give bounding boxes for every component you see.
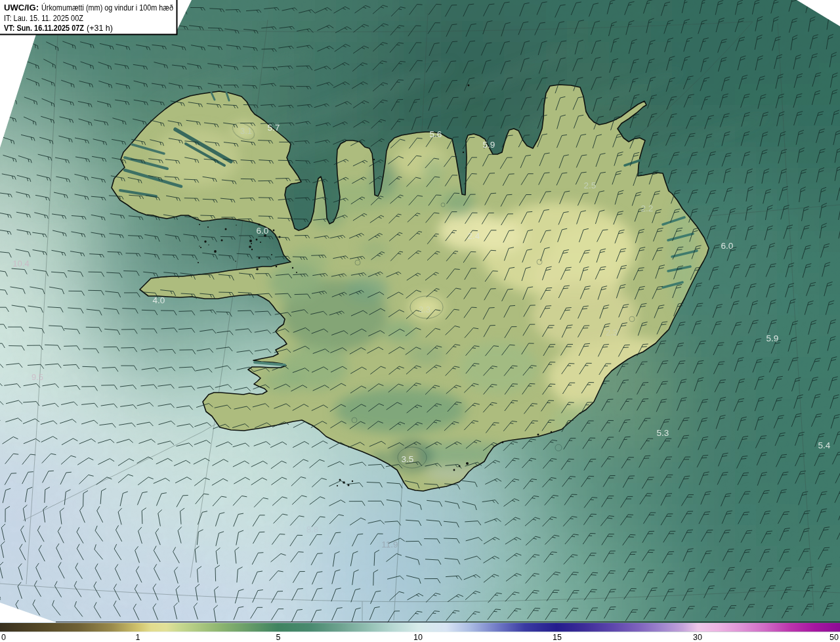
svg-text:5.3: 5.3: [657, 428, 669, 438]
svg-text:2.5: 2.5: [584, 181, 597, 190]
svg-text:UWC/IG:: UWC/IG:: [4, 3, 39, 12]
svg-text:9.5: 9.5: [32, 372, 43, 382]
svg-text:2.2: 2.2: [641, 203, 654, 213]
svg-text:5.4: 5.4: [818, 440, 831, 450]
svg-text:5: 5: [276, 633, 281, 642]
svg-text:1: 1: [136, 633, 140, 642]
svg-text:2.4: 2.4: [468, 231, 480, 241]
svg-text:30: 30: [693, 633, 702, 642]
svg-text:6.0: 6.0: [257, 226, 269, 236]
svg-text:(+31 h): (+31 h): [87, 24, 113, 33]
svg-text:11.9: 11.9: [381, 540, 398, 549]
svg-text:6.0: 6.0: [721, 241, 734, 251]
svg-text:4.0: 4.0: [153, 295, 165, 305]
svg-text:2.3: 2.3: [419, 305, 430, 314]
svg-text:3.1: 3.1: [240, 126, 252, 136]
svg-text:2.3: 2.3: [606, 328, 618, 337]
svg-text:5.9: 5.9: [483, 140, 495, 150]
svg-text:15: 15: [553, 633, 562, 642]
svg-text:Úrkomumætti (mm) og vindur i 1: Úrkomumætti (mm) og vindur i 100m hæð: [41, 3, 173, 12]
svg-text:5.7: 5.7: [268, 123, 280, 133]
svg-text:3.5: 3.5: [402, 454, 414, 464]
svg-text:0: 0: [1, 633, 6, 642]
svg-text:5.9: 5.9: [766, 333, 779, 343]
svg-text:50: 50: [830, 633, 839, 642]
svg-text:10.4: 10.4: [12, 259, 29, 268]
svg-text:10: 10: [413, 633, 423, 642]
svg-text:IT: Lau. 15. 11. 2025 00Z: IT: Lau. 15. 11. 2025 00Z: [4, 14, 83, 23]
svg-text:VT: Sun. 16.11.2025 07Z: VT: Sun. 16.11.2025 07Z: [4, 24, 84, 33]
svg-text:8.8: 8.8: [306, 524, 318, 534]
svg-text:5.6: 5.6: [430, 129, 442, 139]
